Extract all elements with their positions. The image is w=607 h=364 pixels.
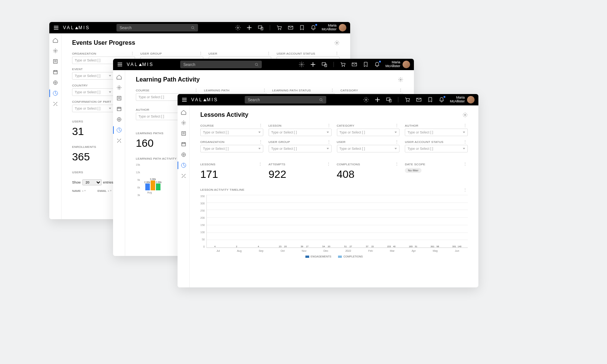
svg-point-10: [53, 81, 57, 85]
bookmark-icon[interactable]: [299, 25, 305, 31]
nav-home-icon[interactable]: [116, 74, 122, 80]
filter-label: EVENT: [72, 67, 83, 71]
filter-menu-icon[interactable]: ⋮: [258, 124, 263, 127]
scope-menu-icon[interactable]: ⋮: [462, 162, 468, 166]
nav-compass-icon[interactable]: [116, 85, 122, 91]
devices-icon[interactable]: [321, 61, 327, 67]
devices-icon[interactable]: [386, 97, 392, 103]
nav-target-icon[interactable]: [116, 116, 122, 122]
filter-menu-icon[interactable]: ⋮: [326, 140, 332, 144]
menu-icon[interactable]: [117, 61, 123, 67]
search-box[interactable]: [180, 61, 262, 68]
plus-icon[interactable]: [374, 97, 381, 103]
plus-icon[interactable]: [310, 61, 316, 67]
scope-pill[interactable]: No filter: [405, 168, 421, 173]
filter-select[interactable]: Type or Select [ ]: [72, 88, 114, 96]
filter-menu-icon[interactable]: ⋮: [330, 88, 335, 92]
bookmark-icon[interactable]: [363, 61, 369, 67]
filter-select[interactable]: Type or Select [ ]: [337, 145, 400, 152]
stat-value: 922: [269, 168, 332, 180]
filter-menu-icon[interactable]: ⋮: [398, 88, 403, 92]
filter-menu-icon[interactable]: ⋮: [326, 124, 332, 127]
stat-menu-icon[interactable]: ⋮: [258, 162, 263, 166]
filter-menu-icon[interactable]: ⋮: [193, 88, 199, 92]
nav-book-icon[interactable]: [52, 58, 58, 64]
nav-home-icon[interactable]: [52, 37, 58, 43]
filter-menu-icon[interactable]: ⋮: [130, 52, 135, 55]
filter-menu-icon[interactable]: ⋮: [198, 52, 203, 55]
filter-menu-icon[interactable]: ⋮: [394, 124, 399, 127]
page-settings-icon[interactable]: [462, 112, 468, 118]
filter-select[interactable]: Type or Select [ ]: [269, 129, 332, 136]
user-menu[interactable]: MariaMcAllister: [450, 96, 475, 104]
search-input[interactable]: [183, 63, 255, 67]
nav-calendar-icon[interactable]: [116, 106, 122, 112]
cart-icon[interactable]: [340, 61, 346, 67]
nav-book-icon[interactable]: [181, 130, 187, 136]
filter-select[interactable]: Type or Select [ ]: [72, 72, 114, 80]
nav-target-icon[interactable]: [181, 152, 187, 158]
gear-icon[interactable]: [235, 25, 241, 31]
nav-tools-icon[interactable]: [181, 173, 187, 179]
cart-icon[interactable]: [276, 25, 282, 31]
filter-menu-icon[interactable]: ⋮: [262, 88, 267, 92]
nav-reports-icon[interactable]: [116, 127, 122, 133]
filter-select[interactable]: Type or Select [ ]: [405, 145, 468, 152]
bookmark-icon[interactable]: [427, 97, 433, 103]
filter-select[interactable]: Type or Select [ ]: [405, 129, 468, 136]
mail-icon[interactable]: [351, 61, 357, 67]
filter-menu-icon[interactable]: ⋮: [462, 140, 468, 144]
page-settings-icon[interactable]: [398, 77, 403, 82]
mail-icon[interactable]: [288, 25, 294, 31]
stat-menu-icon[interactable]: ⋮: [326, 162, 331, 166]
filter-select[interactable]: Type or Select [ ]: [72, 105, 114, 112]
devices-icon[interactable]: [258, 25, 264, 31]
filter-select[interactable]: Type or Select [ ]: [337, 129, 400, 136]
search-input[interactable]: [120, 26, 191, 30]
filter-select[interactable]: Type or Select [ ]: [269, 145, 332, 152]
menu-icon[interactable]: [181, 97, 187, 103]
user-menu[interactable]: MariaMcAllister: [385, 61, 410, 68]
filter-menu-icon[interactable]: ⋮: [462, 124, 468, 127]
nav-calendar-icon[interactable]: [52, 69, 58, 75]
nav-tools-icon[interactable]: [116, 138, 122, 144]
gear-icon[interactable]: [363, 97, 369, 103]
cart-icon[interactable]: [404, 97, 410, 103]
search-box[interactable]: [116, 24, 198, 31]
page-settings-icon[interactable]: [334, 40, 340, 46]
nav-compass-icon[interactable]: [181, 120, 187, 126]
filter-menu-icon[interactable]: ⋮: [258, 140, 263, 144]
search-input[interactable]: [248, 98, 319, 102]
user-menu[interactable]: MariaMcAllister: [322, 24, 346, 31]
filter-menu-icon[interactable]: ⋮: [334, 52, 340, 55]
col-name[interactable]: NAME▲▼: [72, 189, 86, 193]
bell-icon[interactable]: [374, 61, 380, 67]
chart-y-axis: 15k 12k 9k 6k 3k: [136, 163, 142, 196]
nav-compass-icon[interactable]: [52, 48, 58, 54]
chart-menu-icon[interactable]: ⋮: [462, 188, 468, 192]
mail-icon[interactable]: [416, 97, 422, 103]
svg-point-38: [182, 153, 186, 157]
search-box[interactable]: [245, 96, 326, 104]
gear-icon[interactable]: [299, 61, 305, 67]
bell-icon[interactable]: [439, 97, 445, 103]
col-email[interactable]: EMAIL▲▼: [97, 189, 112, 193]
nav-tools-icon[interactable]: [52, 101, 58, 107]
nav-target-icon[interactable]: [52, 80, 58, 86]
filter-menu-icon[interactable]: ⋮: [266, 52, 271, 55]
filter-select[interactable]: Type or Select [ ]: [200, 145, 263, 152]
filter-lesson: LESSON⋮ Type or Select [ ]: [269, 124, 332, 136]
plus-icon[interactable]: [246, 25, 252, 31]
menu-icon[interactable]: [53, 25, 59, 31]
nav-reports-icon[interactable]: [52, 90, 58, 96]
filter-select[interactable]: Type or Select [ ]: [200, 129, 263, 136]
nav-reports-icon[interactable]: [181, 162, 187, 168]
filter-label: ORGANIZATION: [72, 52, 96, 55]
nav-home-icon[interactable]: [181, 109, 187, 115]
stat-menu-icon[interactable]: ⋮: [394, 162, 399, 166]
bell-icon[interactable]: [310, 25, 316, 31]
page-size-select[interactable]: 20: [82, 179, 102, 185]
nav-calendar-icon[interactable]: [181, 141, 187, 147]
filter-menu-icon[interactable]: ⋮: [394, 140, 399, 144]
nav-book-icon[interactable]: [116, 95, 122, 101]
